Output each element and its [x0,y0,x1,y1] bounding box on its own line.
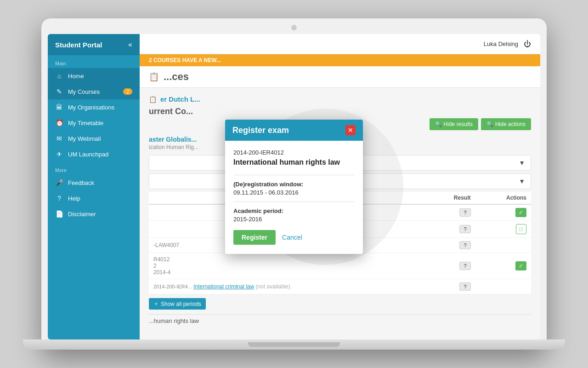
dialog-divider-2 [233,201,355,202]
dialog-course-code: 2014-200-IER4012 [233,149,355,156]
academic-period-value: 2015-2016 [233,216,355,223]
dialog-actions: Register Cancel [233,230,355,245]
academic-period-label: Academic period: [233,207,355,214]
register-button[interactable]: Register [233,230,276,245]
dialog-backdrop: Register exam ✕ 2014-200-IER4012 Interna… [48,34,540,339]
laptop-camera [291,25,297,30]
dialog-divider [233,175,355,175]
dialog-header: Register exam ✕ [225,120,363,141]
dialog-close-button[interactable]: ✕ [345,125,356,135]
deregistration-value: 09.11.2015 - 06.03.2016 [233,189,355,196]
laptop-base-notch [248,342,340,347]
dialog-course-name: International human rights law [233,158,355,167]
dialog-body: 2014-200-IER4012 International human rig… [225,141,363,254]
laptop-screen: Student Portal « Main ⌂ Home ✎ My Course… [48,34,540,339]
deregistration-label: (De)registration window: [233,181,355,188]
register-exam-dialog: Register exam ✕ 2014-200-IER4012 Interna… [225,120,363,254]
laptop-base [23,339,565,350]
screen-inner: Student Portal « Main ⌂ Home ✎ My Course… [48,34,540,339]
dialog-title: Register exam [232,126,289,135]
cancel-button[interactable]: Cancel [279,230,305,245]
